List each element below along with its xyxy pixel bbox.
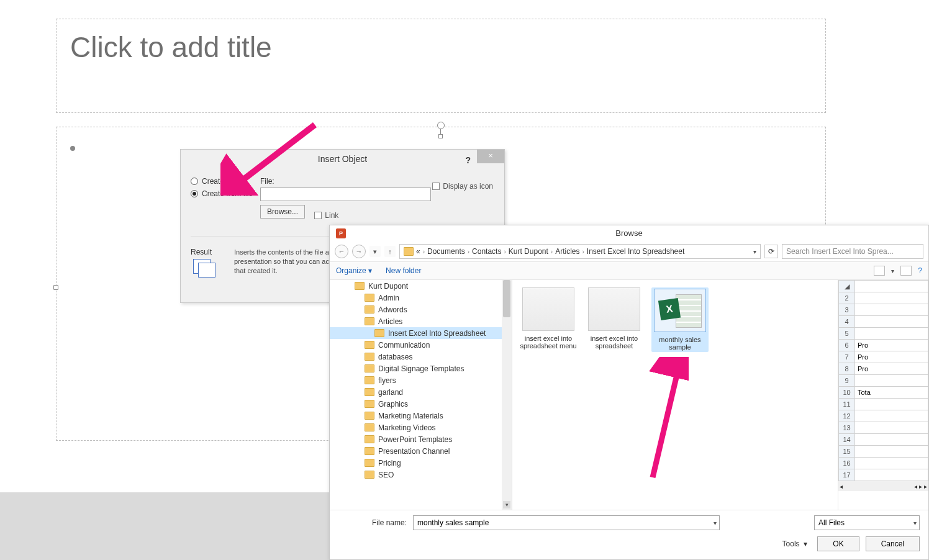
tree-folder-item[interactable]: Graphics (330, 398, 512, 410)
help-button[interactable]: ? (465, 151, 471, 169)
breadcrumb-segment[interactable]: Contacts (472, 247, 501, 256)
create-from-file-radio[interactable]: Create from file (191, 189, 260, 198)
file-type-filter[interactable]: All Files▾ (814, 515, 920, 530)
row-header[interactable]: 7 (839, 351, 855, 363)
cell[interactable]: Pro (855, 340, 928, 351)
tree-folder-item[interactable]: flyers (330, 374, 512, 386)
close-button[interactable]: × (477, 150, 504, 163)
display-as-icon-checkbox[interactable]: Display as icon (432, 182, 493, 191)
select-all-corner[interactable]: ◢ (839, 281, 855, 292)
toolbar: Organize ▾ New folder ▾ ? (330, 261, 928, 280)
tree-scroll-thumb[interactable] (503, 280, 510, 317)
row-header[interactable]: 12 (839, 410, 855, 422)
folder-tree[interactable]: Kurt DupontAdminAdwordsArticlesInsert Ex… (330, 280, 512, 510)
row-header[interactable]: 14 (839, 434, 855, 446)
organize-menu[interactable]: Organize ▾ (336, 266, 372, 275)
row-header[interactable]: 17 (839, 469, 855, 481)
tree-folder-item[interactable]: databases (330, 351, 512, 363)
preview-pane-button[interactable] (900, 266, 912, 276)
folder-icon (365, 305, 374, 314)
row-header[interactable]: 2 (839, 292, 855, 304)
title-placeholder[interactable]: Click to add title (56, 19, 826, 113)
tree-folder-item[interactable]: Insert Excel Into Spreadsheet (330, 327, 512, 339)
breadcrumb-segment[interactable]: « (416, 247, 420, 256)
cell[interactable] (855, 375, 928, 387)
file-path-input[interactable] (260, 187, 431, 201)
ok-button[interactable]: OK (817, 536, 859, 551)
cell[interactable] (855, 316, 928, 328)
row-header[interactable]: 10 (839, 387, 855, 399)
tree-item-label: Kurt Dupont (368, 282, 408, 291)
tree-item-label: Graphics (378, 400, 408, 409)
search-input[interactable]: Search Insert Excel Into Sprea... (782, 244, 923, 259)
tree-folder-item[interactable]: Articles (330, 315, 512, 327)
refresh-button[interactable]: ⟳ (764, 245, 778, 258)
cell[interactable] (855, 446, 928, 458)
tree-folder-item[interactable]: Pricing (330, 457, 512, 469)
excel-file-icon: X (654, 289, 706, 332)
create-new-radio[interactable]: Create new (191, 177, 260, 186)
tree-folder-item[interactable]: Adwords (330, 304, 512, 315)
cell[interactable]: Pro (855, 363, 928, 375)
file-item[interactable]: insert excel into spreadsheet (586, 287, 643, 350)
tree-folder-item[interactable]: PowerPoint Templates (330, 433, 512, 445)
cell[interactable] (855, 292, 928, 304)
folder-icon (355, 282, 365, 290)
new-folder-button[interactable]: New folder (386, 266, 421, 275)
row-header[interactable]: 4 (839, 316, 855, 328)
file-item[interactable]: Xmonthly sales sample (651, 287, 709, 352)
breadcrumb-segment[interactable]: Kurt Dupont (509, 247, 548, 256)
row-header[interactable]: 8 (839, 363, 855, 375)
cell[interactable] (855, 434, 928, 446)
row-header[interactable]: 13 (839, 422, 855, 434)
preview-hscroll[interactable]: ◂◂ ▸ ▸ (838, 481, 928, 491)
row-header[interactable]: 9 (839, 375, 855, 387)
browse-button[interactable]: Browse... (260, 205, 305, 219)
tree-folder-item[interactable]: Digital Signage Templates (330, 363, 512, 374)
tree-folder-item[interactable]: Admin (330, 292, 512, 304)
help-icon[interactable]: ? (918, 266, 922, 275)
breadcrumb-segment[interactable]: Articles (555, 247, 579, 256)
tools-menu[interactable]: Tools ▾ (782, 540, 808, 548)
rotate-handle[interactable] (437, 122, 445, 129)
breadcrumb-segment[interactable]: Documents (427, 247, 465, 256)
breadcrumb-segment[interactable]: Insert Excel Into Spreadsheet (587, 247, 684, 256)
tree-folder-item[interactable]: Marketing Videos (330, 422, 512, 433)
row-header[interactable]: 11 (839, 399, 855, 410)
row-header[interactable]: 16 (839, 458, 855, 469)
back-button[interactable]: ← (335, 245, 348, 258)
cell[interactable]: Pro (855, 351, 928, 363)
tree-scroll-down[interactable]: ▾ (503, 501, 510, 508)
row-header[interactable]: 6 (839, 340, 855, 351)
breadcrumb-dropdown[interactable]: ▾ (753, 248, 756, 255)
cell[interactable] (855, 469, 928, 481)
tree-folder-item[interactable]: Marketing Materials (330, 410, 512, 422)
file-list[interactable]: insert excel into spreadsheet menuinsert… (512, 280, 838, 510)
row-header[interactable]: 15 (839, 446, 855, 458)
resize-handle-left[interactable] (53, 285, 58, 290)
cell[interactable] (855, 458, 928, 469)
cell[interactable] (855, 399, 928, 410)
cell[interactable] (855, 422, 928, 434)
forward-button[interactable]: → (352, 245, 366, 258)
cell[interactable] (855, 328, 928, 340)
tree-folder-item[interactable]: Communication (330, 339, 512, 351)
up-button[interactable]: ↑ (384, 246, 396, 257)
view-options-button[interactable] (874, 266, 885, 276)
row-header[interactable]: 3 (839, 304, 855, 316)
file-item[interactable]: insert excel into spreadsheet menu (520, 287, 577, 350)
view-dropdown[interactable]: ▾ (891, 268, 894, 274)
link-checkbox[interactable]: Link (314, 211, 338, 220)
filename-input[interactable]: monthly sales sample▾ (413, 515, 720, 530)
cancel-button[interactable]: Cancel (866, 536, 920, 551)
breadcrumb[interactable]: «›Documents›Contacts›Kurt Dupont›Article… (399, 244, 761, 259)
tree-folder-item[interactable]: Presentation Channel (330, 445, 512, 457)
cell[interactable] (855, 410, 928, 422)
tree-folder-item[interactable]: SEO (330, 469, 512, 481)
recent-dropdown[interactable]: ▾ (369, 246, 381, 257)
tree-folder-item[interactable]: garland (330, 386, 512, 398)
cell[interactable] (855, 304, 928, 316)
tree-folder-item[interactable]: Kurt Dupont (330, 280, 512, 292)
cell[interactable]: Tota (855, 387, 928, 399)
row-header[interactable]: 5 (839, 328, 855, 340)
